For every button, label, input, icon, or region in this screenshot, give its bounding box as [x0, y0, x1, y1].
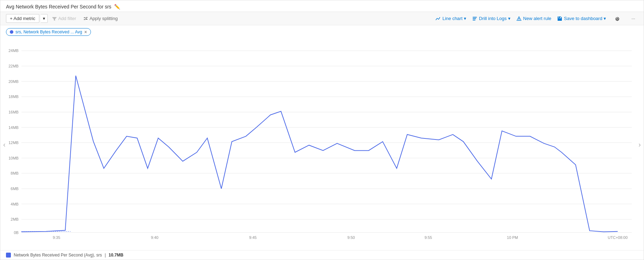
save-to-dashboard-label: Save to dashboard — [564, 16, 602, 21]
add-filter-label: Add filter — [58, 16, 76, 21]
svg-text:8MB: 8MB — [11, 171, 19, 175]
save-chevron: ▾ — [604, 16, 606, 21]
svg-text:9:45: 9:45 — [249, 235, 257, 240]
add-metric-button[interactable]: + Add metric — [6, 14, 39, 23]
line-chart-chevron: ▾ — [464, 16, 466, 21]
svg-text:2MB: 2MB — [11, 217, 19, 221]
title-bar: Avg Network Bytes Received Per Second fo… — [0, 0, 644, 12]
split-icon — [83, 16, 88, 21]
page-wrapper: Avg Network Bytes Received Per Second fo… — [0, 0, 644, 260]
svg-rect-1 — [473, 18, 476, 19]
filter-icon — [52, 16, 57, 21]
toolbar-left: + Add metric ▾ Add filter Apply splittin… — [6, 14, 120, 23]
edit-icon[interactable]: ✏️ — [114, 4, 120, 9]
svg-text:22MB: 22MB — [8, 64, 19, 68]
ellipsis-icon: ··· — [631, 16, 635, 21]
logs-icon — [472, 16, 478, 21]
drill-into-logs-label: Drill into Logs — [479, 16, 507, 21]
line-chart-icon — [435, 16, 441, 21]
svg-text:0B: 0B — [14, 230, 19, 235]
svg-text:9:35: 9:35 — [53, 235, 60, 240]
new-alert-rule-label: New alert rule — [523, 16, 551, 21]
add-metric-label: + Add metric — [10, 16, 35, 21]
svg-text:9:50: 9:50 — [347, 235, 355, 240]
metric-tag-close[interactable]: × — [84, 30, 87, 34]
chart-nav-left[interactable]: ‹ — [0, 138, 8, 151]
svg-text:10MB: 10MB — [8, 156, 19, 160]
svg-text:18MB: 18MB — [8, 95, 19, 99]
svg-text:14MB: 14MB — [8, 125, 19, 129]
svg-text:20MB: 20MB — [8, 79, 19, 84]
add-metric-chevron[interactable]: ▾ — [41, 14, 48, 23]
line-chart-button[interactable]: Line chart ▾ — [435, 16, 466, 21]
legend-bar: Network Bytes Received Per Second (Avg),… — [0, 250, 644, 260]
alert-icon — [516, 16, 522, 21]
svg-rect-0 — [473, 17, 477, 18]
line-chart-label: Line chart — [442, 16, 462, 21]
page-title: Avg Network Bytes Received Per Second fo… — [6, 4, 111, 9]
settings-button[interactable] — [612, 14, 623, 23]
apply-splitting-label: Apply splitting — [90, 16, 118, 21]
metric-tag: srs, Network Bytes Received ... Avg × — [6, 28, 91, 36]
svg-text:UTC+08:00: UTC+08:00 — [608, 235, 627, 240]
more-options-button[interactable]: ··· — [629, 14, 638, 22]
chart-line — [21, 76, 618, 232]
svg-text:9:40: 9:40 — [151, 235, 158, 240]
metric-tag-area: srs, Network Bytes Received ... Avg × — [0, 25, 644, 39]
legend-color-swatch — [6, 253, 11, 258]
save-icon — [557, 16, 563, 21]
svg-rect-2 — [473, 20, 475, 20]
apply-splitting-button[interactable]: Apply splitting — [80, 14, 120, 22]
svg-text:9:55: 9:55 — [425, 235, 432, 240]
svg-text:16MB: 16MB — [8, 110, 19, 114]
add-filter-button[interactable]: Add filter — [49, 14, 79, 22]
gear-icon — [615, 16, 620, 21]
svg-text:12MB: 12MB — [8, 141, 19, 145]
chart-container: ‹ › 0B 2MB 4MB 6MB 8MB 10MB 12MB 14M — [0, 39, 644, 250]
legend-separator: | — [105, 253, 106, 258]
svg-text:6MB: 6MB — [11, 187, 19, 191]
svg-text:4MB: 4MB — [11, 202, 19, 206]
metric-tag-dot — [10, 30, 13, 34]
drill-logs-chevron: ▾ — [508, 16, 511, 21]
svg-text:24MB: 24MB — [8, 48, 19, 53]
drill-into-logs-button[interactable]: Drill into Logs ▾ — [472, 16, 511, 21]
legend-value: 10.7MB — [109, 253, 123, 258]
toolbar-right: Line chart ▾ Drill into Logs ▾ New alert… — [435, 14, 638, 23]
new-alert-rule-button[interactable]: New alert rule — [516, 16, 551, 21]
save-to-dashboard-button[interactable]: Save to dashboard ▾ — [557, 16, 606, 21]
toolbar: + Add metric ▾ Add filter Apply splittin… — [0, 12, 644, 25]
chart-svg: 0B 2MB 4MB 6MB 8MB 10MB 12MB 14MB 16MB 1… — [0, 40, 644, 240]
legend-label: Network Bytes Received Per Second (Avg),… — [14, 253, 102, 258]
metric-tag-label: srs, Network Bytes Received ... Avg — [15, 30, 82, 34]
chart-nav-right[interactable]: › — [636, 138, 644, 151]
svg-text:10 PM: 10 PM — [507, 235, 518, 240]
